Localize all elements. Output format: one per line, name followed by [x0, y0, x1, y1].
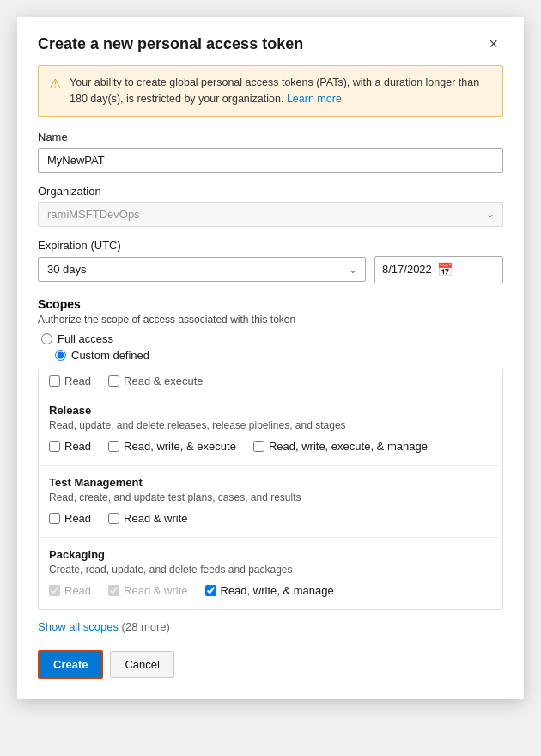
pkg-read-label: Read — [64, 584, 91, 597]
top-execute-item: Read & execute — [108, 375, 204, 387]
packaging-checkboxes: Read Read & write Read, write, & manage — [49, 584, 489, 597]
org-select-wrapper: ramiMSFTDevOps ⌄ — [38, 202, 503, 227]
scopes-list: Read Read & execute Release Read, update… — [39, 369, 502, 609]
test-mgmt-checkboxes: Read Read & write — [49, 512, 489, 525]
scopes-section: Scopes Authorize the scope of access ass… — [38, 297, 503, 362]
tm-read-item: Read — [49, 512, 91, 525]
test-mgmt-desc: Read, create, and update test plans, cas… — [49, 491, 489, 503]
date-input-wrapper: 8/17/2022 📅 — [374, 256, 503, 284]
pkg-read-item: Read — [49, 584, 91, 597]
pkg-rwm-checkbox[interactable] — [205, 585, 216, 596]
scopes-scroll-area: Read Read & execute Release Read, update… — [38, 369, 503, 610]
release-rwem-checkbox[interactable] — [253, 441, 264, 452]
release-read-checkbox[interactable] — [49, 441, 60, 452]
create-pat-dialog: Create a new personal access token × ⚠ Y… — [17, 17, 524, 699]
custom-defined-radio[interactable] — [55, 350, 66, 361]
show-all-count: (28 more) — [122, 620, 170, 633]
release-rwe-label[interactable]: Read, write, & execute — [124, 440, 236, 453]
scopes-title: Scopes — [38, 297, 503, 311]
release-rwe-item: Read, write, & execute — [108, 440, 236, 453]
custom-defined-label: Custom defined — [71, 349, 149, 362]
top-strip: Read Read & execute — [39, 369, 499, 393]
release-rwem-item: Read, write, execute, & manage — [253, 440, 428, 453]
tm-read-checkbox[interactable] — [49, 513, 60, 524]
learn-more-link[interactable]: Learn more. — [287, 93, 344, 105]
calendar-icon[interactable]: 📅 — [437, 262, 453, 277]
expiration-select-wrapper: 30 days 60 days 90 days 180 days Custom … — [38, 257, 366, 282]
expiration-select[interactable]: 30 days 60 days 90 days 180 days Custom … — [38, 257, 366, 282]
release-desc: Read, update, and delete releases, relea… — [49, 419, 489, 431]
release-read-label[interactable]: Read — [64, 440, 91, 453]
pkg-rwm-label[interactable]: Read, write, & manage — [221, 584, 334, 597]
release-title: Release — [49, 404, 489, 417]
full-access-radio-row[interactable]: Full access — [38, 332, 503, 345]
pkg-rwm-item: Read, write, & manage — [205, 584, 334, 597]
packaging-desc: Create, read, update, and delete feeds a… — [49, 564, 489, 576]
warning-text: Your ability to create global personal a… — [70, 75, 492, 107]
expiration-date: 8/17/2022 — [382, 263, 432, 276]
org-select[interactable]: ramiMSFTDevOps — [38, 202, 503, 227]
pkg-rw-checkbox — [108, 585, 119, 596]
pkg-read-checkbox — [49, 585, 60, 596]
name-input[interactable] — [38, 148, 503, 173]
warning-icon: ⚠ — [49, 76, 61, 92]
tm-rw-label[interactable]: Read & write — [124, 512, 187, 525]
release-read-item: Read — [49, 440, 91, 453]
tm-read-label[interactable]: Read — [64, 512, 91, 525]
release-rwe-checkbox[interactable] — [108, 441, 119, 452]
packaging-title: Packaging — [49, 548, 489, 561]
scopes-subtitle: Authorize the scope of access associated… — [38, 314, 503, 326]
scope-group-test-mgmt: Test Management Read, create, and update… — [39, 466, 499, 538]
create-button[interactable]: Create — [38, 650, 103, 679]
dialog-title: Create a new personal access token — [38, 35, 303, 53]
cancel-button[interactable]: Cancel — [110, 651, 173, 678]
full-access-radio[interactable] — [41, 333, 52, 344]
scope-group-release: Release Read, update, and delete release… — [39, 393, 499, 466]
top-read-label[interactable]: Read — [64, 375, 91, 387]
top-read-item: Read — [49, 375, 91, 387]
name-label: Name — [38, 131, 503, 143]
tm-rw-item: Read & write — [108, 512, 187, 525]
scopes-radio-group: Full access Custom defined — [38, 332, 503, 362]
warning-banner: ⚠ Your ability to create global personal… — [38, 65, 503, 117]
expiration-label: Expiration (UTC) — [38, 239, 503, 252]
tm-rw-checkbox[interactable] — [108, 513, 119, 524]
top-execute-checkbox[interactable] — [108, 375, 119, 387]
close-button[interactable]: × — [483, 34, 503, 53]
pkg-rw-item: Read & write — [108, 584, 187, 597]
dialog-header: Create a new personal access token × — [38, 34, 503, 53]
custom-radio-row[interactable]: Custom defined — [38, 349, 503, 362]
scope-group-packaging: Packaging Create, read, update, and dele… — [39, 538, 499, 609]
top-read-checkbox[interactable] — [49, 375, 60, 387]
pkg-rw-label: Read & write — [124, 584, 187, 597]
release-rwem-label[interactable]: Read, write, execute, & manage — [269, 440, 428, 453]
org-label: Organization — [38, 185, 503, 198]
top-execute-label[interactable]: Read & execute — [124, 375, 204, 387]
full-access-label: Full access — [58, 332, 113, 345]
test-mgmt-title: Test Management — [49, 476, 489, 489]
expiration-row: 30 days 60 days 90 days 180 days Custom … — [38, 256, 503, 284]
release-checkboxes: Read Read, write, & execute Read, write,… — [49, 440, 489, 453]
show-all-scopes-link[interactable]: Show all scopes (28 more) — [38, 620, 170, 633]
footer-buttons: Create Cancel — [38, 650, 503, 679]
